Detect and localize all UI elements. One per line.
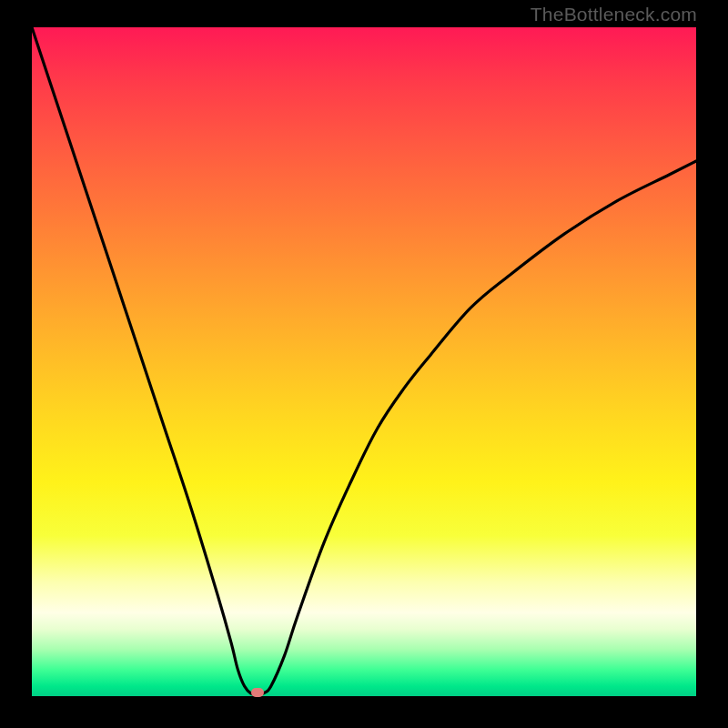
plot-area [32,27,696,696]
min-marker [251,688,264,697]
chart-frame: TheBottleneck.com [0,0,728,728]
bottleneck-curve [32,27,696,695]
watermark-text: TheBottleneck.com [531,4,697,25]
curve-svg [32,27,696,696]
